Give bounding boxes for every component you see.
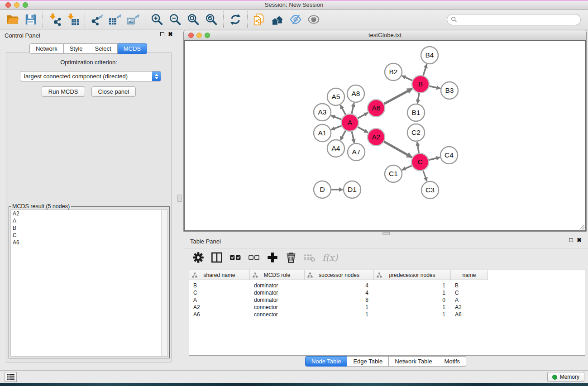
network-window-titlebar[interactable]: testGlobe.txt [184, 30, 586, 40]
result-scrollbar[interactable] [161, 210, 167, 356]
tab-node-table[interactable]: Node Table [305, 356, 348, 367]
search-input[interactable] [457, 15, 580, 24]
result-item[interactable]: A [11, 217, 167, 224]
graph-node-A7[interactable]: A7 [348, 143, 365, 161]
run-mcds-button[interactable]: Run MCDS [42, 86, 85, 97]
graph-node-B2[interactable]: B2 [385, 63, 402, 81]
graph-node-A6[interactable]: A6 [368, 100, 385, 117]
tab-network-table[interactable]: Network Table [389, 356, 438, 367]
tab-mcds[interactable]: MCDS [118, 43, 147, 54]
zoom-out-icon[interactable] [166, 11, 184, 28]
svg-text:B3: B3 [445, 86, 454, 94]
svg-text:B2: B2 [389, 68, 398, 76]
result-item[interactable]: C [11, 232, 167, 239]
export-image-icon[interactable] [124, 11, 142, 28]
graph-node-C3[interactable]: C3 [421, 181, 439, 199]
delete-column-icon[interactable] [285, 252, 297, 263]
graph-node-A2[interactable]: A2 [368, 129, 385, 146]
table-row[interactable]: A6 connector 1 1 A6 [189, 311, 488, 318]
close-panel-icon[interactable]: ✖ [168, 32, 173, 37]
column-header-shared-name[interactable]: shared name [189, 270, 250, 280]
graph-node-A1[interactable]: A1 [314, 124, 331, 142]
refresh-layout-icon[interactable] [226, 11, 244, 28]
result-item[interactable]: B [11, 224, 167, 232]
desktop-background [0, 383, 588, 386]
settings-gear-icon[interactable] [192, 252, 204, 263]
graph-node-B4[interactable]: B4 [421, 47, 438, 64]
select-all-checks-icon[interactable] [229, 252, 241, 263]
open-folder-icon[interactable] [4, 11, 22, 28]
criterion-select[interactable]: largest connected component (directed) [20, 71, 161, 81]
resize-grip-icon[interactable] [579, 224, 585, 230]
vertical-splitter[interactable] [177, 29, 183, 370]
graph-node-A5[interactable]: A5 [327, 88, 344, 105]
memory-button[interactable]: Memory [547, 372, 584, 382]
tab-edge-table[interactable]: Edge Table [347, 356, 389, 367]
network-canvas[interactable]: B4B2BB3A8A5A6A3B1AA1C2A2A4A7C4CC1C3DD1 [184, 40, 586, 231]
graph-node-C[interactable]: C [411, 153, 429, 171]
optimization-criterion-label: Optimization criterion: [6, 59, 171, 66]
save-session-icon[interactable] [22, 11, 40, 28]
svg-text:C1: C1 [389, 170, 398, 177]
graph-node-B3[interactable]: B3 [441, 82, 458, 99]
add-column-icon[interactable] [267, 252, 278, 263]
graph-node-A3[interactable]: A3 [314, 104, 331, 121]
table-row[interactable]: A2 connector 1 1 A2 [189, 304, 488, 311]
zoom-in-icon[interactable] [148, 11, 166, 28]
import-table-icon[interactable] [64, 11, 82, 28]
column-header-name[interactable]: name [451, 270, 488, 280]
table-row[interactable]: C dominator 4 1 C [189, 289, 488, 296]
import-network-icon[interactable] [46, 11, 64, 28]
task-history-button[interactable] [5, 372, 17, 382]
splitter-grip[interactable] [382, 232, 390, 235]
column-header-successor-nodes[interactable]: successor nodes [305, 270, 374, 280]
export-network-icon[interactable] [88, 11, 106, 28]
tab-style[interactable]: Style [64, 43, 89, 54]
svg-text:C3: C3 [425, 186, 435, 194]
graph-node-B[interactable]: B [412, 76, 429, 93]
graph-node-C4[interactable]: C4 [440, 147, 458, 164]
new-network-from-selection-icon[interactable] [250, 11, 268, 28]
tab-select[interactable]: Select [89, 43, 118, 54]
close-panel-icon[interactable]: ✖ [577, 238, 582, 243]
close-panel-button[interactable]: Close panel [91, 86, 136, 97]
show-column-icon[interactable] [211, 252, 223, 263]
network-graph[interactable]: B4B2BB3A8A5A6A3B1AA1C2A2A4A7C4CC1C3DD1 [185, 41, 585, 230]
column-header-mcds-role[interactable]: MCDS role [250, 270, 305, 280]
first-neighbors-icon[interactable] [268, 11, 287, 28]
float-panel-icon[interactable] [160, 32, 164, 36]
graph-node-C1[interactable]: C1 [385, 165, 402, 182]
svg-text:C4: C4 [445, 151, 454, 159]
graph-node-D[interactable]: D [314, 181, 331, 198]
tab-network[interactable]: Network [29, 43, 64, 54]
svg-text:B4: B4 [425, 51, 434, 59]
result-item[interactable]: A2 [11, 210, 167, 217]
float-panel-icon[interactable] [569, 238, 573, 242]
graph-node-B1[interactable]: B1 [407, 104, 425, 121]
result-item[interactable]: A6 [11, 239, 167, 246]
table-panel-tabs: Node Table Edge Table Network Table Moti… [183, 356, 588, 367]
table-row[interactable]: B dominator 4 1 B [189, 282, 488, 289]
network-view-window: testGlobe.txt B4B2BB3A8A5A6A3B1AA1C2A2A4… [183, 30, 587, 232]
graph-node-A8[interactable]: A8 [347, 85, 364, 102]
table-row[interactable]: A dominator 8 0 A [189, 296, 488, 304]
zoom-fit-icon[interactable] [184, 11, 202, 28]
search-field[interactable] [447, 14, 581, 25]
toolbar-separator [247, 11, 248, 28]
graph-node-C2[interactable]: C2 [407, 124, 425, 141]
deselect-all-checks-icon[interactable] [248, 252, 260, 263]
export-table-icon[interactable] [106, 11, 124, 28]
zoom-selected-icon[interactable] [202, 11, 220, 28]
mcds-result-list[interactable]: A2 A B C A6 [10, 210, 168, 357]
horizontal-splitter[interactable] [183, 232, 588, 235]
hide-selection-icon[interactable] [287, 11, 305, 28]
graph-node-D1[interactable]: D1 [344, 181, 361, 198]
graph-node-A[interactable]: A [341, 114, 359, 131]
tab-motifs[interactable]: Motifs [438, 356, 466, 367]
graph-node-A4[interactable]: A4 [327, 140, 344, 157]
show-all-icon[interactable] [305, 11, 323, 28]
app-window: Session: New Session [0, 0, 588, 386]
select-stepper-icon [152, 71, 161, 81]
splitter-grip[interactable] [177, 195, 182, 202]
column-header-predecessor-nodes[interactable]: predecessor nodes [374, 270, 451, 280]
